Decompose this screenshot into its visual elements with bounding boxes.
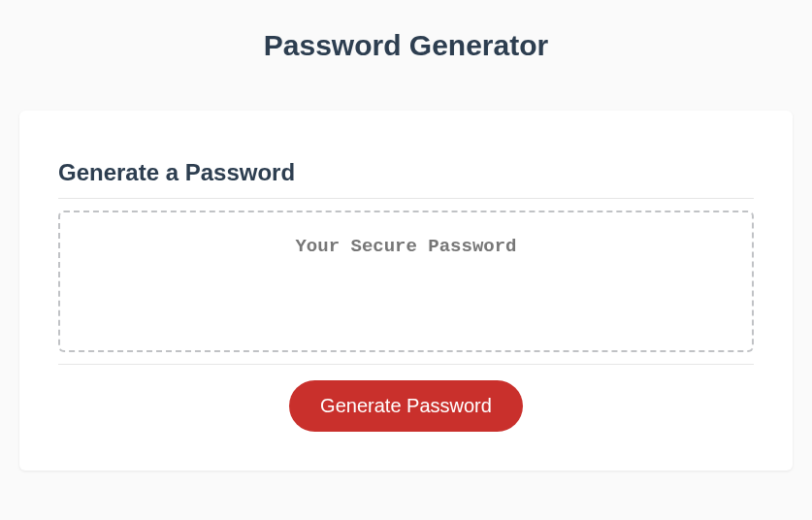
divider-bottom bbox=[58, 364, 754, 365]
divider-top bbox=[58, 198, 754, 199]
page-title: Password Generator bbox=[19, 29, 793, 62]
card-heading: Generate a Password bbox=[58, 159, 754, 186]
password-output[interactable] bbox=[58, 211, 754, 352]
generator-card: Generate a Password Generate Password bbox=[19, 111, 793, 471]
generate-button[interactable]: Generate Password bbox=[289, 380, 523, 432]
